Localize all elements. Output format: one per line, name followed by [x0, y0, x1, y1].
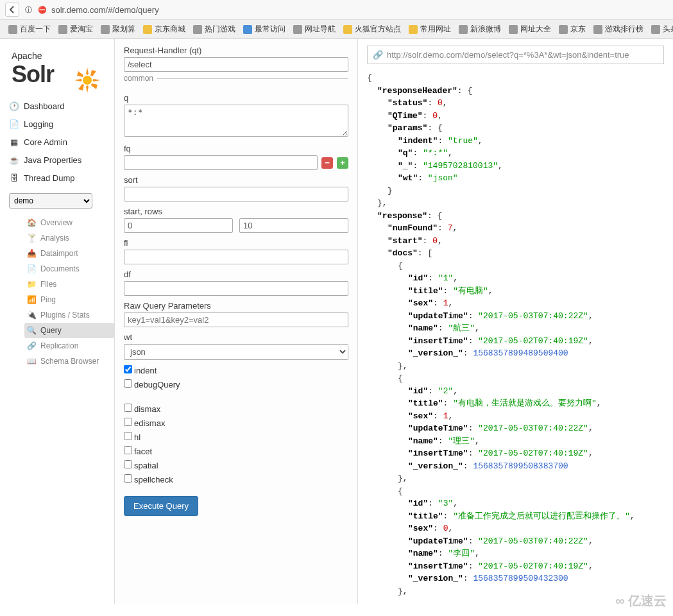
- corenav-files[interactable]: 📁Files: [24, 277, 114, 292]
- edismax-checkbox[interactable]: [124, 418, 132, 426]
- core-selector[interactable]: demo: [9, 193, 92, 209]
- startrows-label: start, rows: [124, 207, 348, 216]
- rows-input[interactable]: [239, 218, 348, 233]
- fl-label: fl: [124, 238, 348, 248]
- plugins-icon: 🔌: [27, 311, 37, 320]
- bookmark-item[interactable]: 网址导航: [290, 22, 339, 36]
- facet-checkbox[interactable]: [124, 446, 132, 454]
- link-icon: 🔗: [373, 50, 383, 60]
- query-form: Request-Handler (qt) common q *:* fq − +…: [114, 39, 358, 604]
- fq-input[interactable]: [124, 155, 318, 170]
- debug-checkbox[interactable]: [124, 379, 132, 388]
- bookmark-item[interactable]: 爱淘宝: [55, 22, 96, 36]
- corenav-ping[interactable]: 📶Ping: [24, 292, 114, 307]
- dashboard-icon: 🕐: [9, 101, 19, 111]
- nav-threaddump[interactable]: 🗄Thread Dump: [5, 169, 109, 187]
- back-button[interactable]: [5, 3, 19, 17]
- response-url[interactable]: 🔗 http://solr.demo.com/demo/select?q=*%3…: [367, 46, 664, 64]
- bookmark-item[interactable]: 聚划算: [98, 22, 139, 36]
- bookmark-item[interactable]: 京东: [556, 22, 589, 36]
- svg-point-0: [83, 76, 92, 85]
- wt-label: wt: [124, 332, 348, 342]
- response-panel: 🔗 http://solr.demo.com/demo/select?q=*%3…: [358, 39, 673, 604]
- dataimport-icon: 📥: [27, 249, 37, 258]
- indent-checkbox[interactable]: [124, 365, 132, 373]
- logging-icon: 📄: [9, 119, 19, 129]
- ping-icon: 📶: [27, 295, 37, 304]
- files-icon: 📁: [27, 280, 37, 289]
- bookmarks-bar: 百度一下 爱淘宝 聚划算 京东商城 热门游戏 最常访问 网址导航 火狐官方站点 …: [0, 20, 673, 38]
- bookmark-item[interactable]: 头条新: [648, 22, 673, 36]
- df-input[interactable]: [124, 281, 348, 296]
- facet-label: facet: [134, 447, 152, 456]
- replication-icon: 🔗: [27, 341, 37, 350]
- corenav-overview[interactable]: 🏠Overview: [24, 215, 114, 230]
- fq-remove-button[interactable]: −: [321, 157, 333, 169]
- nav-dashboard[interactable]: 🕐Dashboard: [5, 97, 109, 115]
- raw-label: Raw Query Parameters: [124, 301, 348, 311]
- spatial-label: spatial: [134, 461, 158, 470]
- spellcheck-checkbox[interactable]: [124, 474, 132, 483]
- watermark: ∞ 亿速云: [615, 592, 667, 604]
- debug-label: debugQuery: [134, 380, 180, 389]
- overview-icon: 🏠: [27, 218, 37, 227]
- query-icon: 🔍: [27, 326, 37, 335]
- nav-javaprops[interactable]: ☕Java Properties: [5, 151, 109, 169]
- start-input[interactable]: [124, 218, 233, 233]
- qt-input[interactable]: [124, 57, 348, 72]
- dismax-label: dismax: [134, 404, 160, 414]
- df-label: df: [124, 270, 348, 279]
- indent-label: indent: [134, 366, 157, 375]
- analysis-icon: 🍸: [27, 234, 37, 243]
- corenav-documents[interactable]: 📄Documents: [24, 261, 114, 277]
- nav-logging[interactable]: 📄Logging: [5, 115, 109, 133]
- corenav-analysis[interactable]: 🍸Analysis: [24, 230, 114, 246]
- sort-input[interactable]: [124, 187, 348, 201]
- solr-sun-icon: [72, 65, 103, 96]
- lock-icon: ⛔: [37, 4, 47, 15]
- bookmark-item[interactable]: 百度一下: [5, 22, 54, 36]
- bookmark-item[interactable]: 热门游戏: [190, 22, 239, 36]
- wt-select[interactable]: json: [124, 344, 348, 360]
- execute-query-button[interactable]: Execute Query: [124, 496, 198, 516]
- sort-label: sort: [124, 175, 348, 185]
- hl-checkbox[interactable]: [124, 432, 132, 440]
- corenav-dataimport[interactable]: 📥Dataimport: [24, 246, 114, 261]
- dismax-checkbox[interactable]: [124, 404, 132, 412]
- thread-icon: 🗄: [9, 173, 19, 183]
- bookmark-item[interactable]: 火狐官方站点: [340, 22, 404, 36]
- corenav-replication[interactable]: 🔗Replication: [24, 338, 114, 354]
- bookmark-item[interactable]: 游戏排行榜: [590, 22, 647, 36]
- url-input[interactable]: solr.demo.com/#/demo/query: [51, 5, 668, 15]
- qt-label: Request-Handler (qt): [124, 46, 348, 55]
- info-icon: ⓘ: [23, 4, 33, 15]
- json-response: {"responseHeader": {"status": 0,"QTime":…: [367, 72, 664, 597]
- corenav-query[interactable]: 🔍Query: [24, 323, 114, 338]
- spatial-checkbox[interactable]: [124, 460, 132, 468]
- bookmark-item[interactable]: 常用网址: [405, 22, 454, 36]
- bookmark-item[interactable]: 新浪微博: [456, 22, 504, 36]
- spellcheck-label: spellcheck: [134, 475, 173, 484]
- q-label: q: [124, 93, 348, 103]
- raw-input[interactable]: [124, 312, 348, 327]
- solr-logo: Apache Solr: [0, 44, 114, 97]
- fq-add-button[interactable]: +: [337, 157, 348, 169]
- schema-icon: 📖: [27, 357, 37, 366]
- fl-input[interactable]: [124, 250, 348, 264]
- bookmark-item[interactable]: 网址大全: [506, 22, 554, 36]
- corenav-plugins[interactable]: 🔌Plugins / Stats: [24, 307, 114, 323]
- fq-label: fq: [124, 144, 348, 153]
- hl-label: hl: [134, 432, 141, 442]
- bookmark-item[interactable]: 最常访问: [240, 22, 289, 36]
- documents-icon: 📄: [27, 264, 37, 273]
- java-icon: ☕: [9, 155, 19, 165]
- common-legend: common: [124, 74, 157, 83]
- nav-coreadmin[interactable]: ▦Core Admin: [5, 133, 109, 151]
- bookmark-item[interactable]: 京东商城: [140, 22, 189, 36]
- sidebar: Apache Solr 🕐Dashboard 📄Logging ▦Core Ad…: [0, 39, 114, 604]
- edismax-label: edismax: [134, 418, 165, 428]
- corenav-schema[interactable]: 📖Schema Browser: [24, 354, 114, 369]
- coreadmin-icon: ▦: [9, 137, 19, 147]
- q-input[interactable]: *:*: [124, 105, 348, 137]
